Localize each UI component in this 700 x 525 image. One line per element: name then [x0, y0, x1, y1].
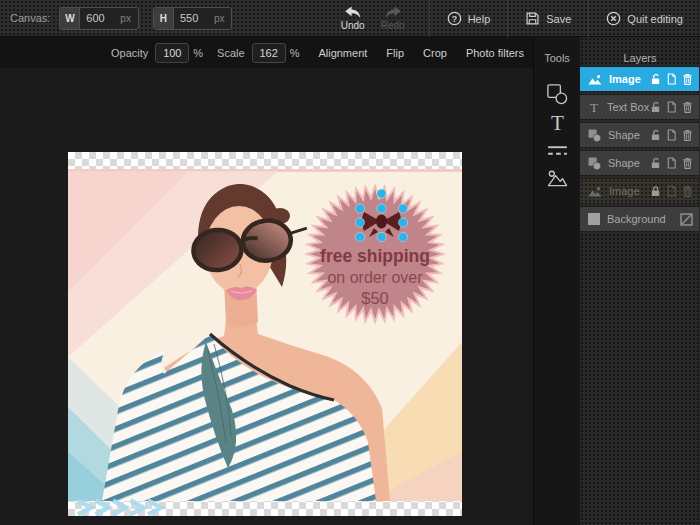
photo-filters-button[interactable]: Photo filters	[466, 47, 524, 59]
layer-row-shape-2[interactable]: Shape	[580, 151, 699, 175]
image-tool-button[interactable]	[534, 164, 580, 192]
quit-editing-button[interactable]: Quit editing	[589, 0, 700, 37]
redo-button[interactable]: Redo	[377, 6, 409, 31]
image-layer-icon	[588, 186, 602, 197]
properties-toolbar: Opacity % Scale % Alignment Flip Crop Ph…	[0, 37, 533, 68]
badge-line2: on order over	[327, 269, 423, 286]
text-tool-icon	[546, 111, 569, 134]
save-button[interactable]: Save	[508, 0, 588, 37]
unlock-icon[interactable]	[650, 101, 661, 113]
text-tool-button[interactable]	[534, 108, 580, 136]
selection-handle-n[interactable]	[377, 204, 386, 213]
unlock-icon[interactable]	[650, 129, 661, 141]
shape-layer-icon	[588, 157, 601, 170]
lines-tool-icon	[546, 143, 569, 158]
scale-label: Scale	[217, 47, 245, 59]
design-preview[interactable]: free shipping on order over $50	[68, 152, 462, 516]
selection-handle-s[interactable]	[377, 232, 386, 241]
delete-icon[interactable]	[682, 129, 693, 141]
canvas-size-group: Canvas: W px H px	[0, 7, 232, 30]
shape-tool-icon	[546, 83, 569, 106]
layer-row-image-locked[interactable]: Image	[580, 179, 699, 203]
layer-row-shape-1[interactable]: Shape	[580, 123, 699, 147]
scale-unit: %	[290, 47, 300, 59]
tools-header: Tools	[534, 37, 580, 64]
image-tool-icon	[546, 169, 569, 188]
image-layer-icon	[588, 74, 602, 85]
top-toolbar: Canvas: W px H px Undo Redo Help Save	[0, 0, 700, 37]
canvas-width-control: W px	[59, 7, 139, 30]
help-label: Help	[468, 13, 491, 25]
scale-input[interactable]	[252, 43, 286, 63]
badge-line1: free shipping	[320, 246, 430, 266]
selection-handle-sw[interactable]	[355, 232, 364, 241]
selection-handle-ne[interactable]	[398, 204, 407, 213]
chevron-arrows	[78, 501, 161, 515]
help-button[interactable]: Help	[430, 0, 508, 37]
badge-line3: $50	[361, 289, 389, 307]
canvas-artboard[interactable]: free shipping on order over $50	[68, 152, 462, 516]
opacity-input[interactable]	[155, 43, 189, 63]
layers-header: Layers	[580, 37, 700, 67]
shape-tool-button[interactable]	[534, 80, 580, 108]
alignment-button[interactable]: Alignment	[318, 47, 367, 59]
selection-handle-e[interactable]	[398, 218, 407, 227]
canvas-width-input[interactable]	[80, 8, 118, 29]
quit-label: Quit editing	[627, 13, 683, 25]
delete-icon[interactable]	[682, 73, 693, 85]
transparent-color-icon[interactable]	[680, 213, 693, 226]
layer-label: Background	[607, 213, 680, 225]
background-swatch	[588, 213, 600, 225]
quit-icon	[606, 11, 621, 26]
shape-layer-icon	[588, 129, 601, 142]
undo-icon	[343, 6, 363, 19]
lines-tool-button[interactable]	[534, 136, 580, 164]
unlock-icon[interactable]	[650, 73, 661, 85]
opacity-unit: %	[193, 47, 203, 59]
layer-row-background[interactable]: Background	[580, 207, 699, 231]
redo-label: Redo	[381, 20, 405, 31]
duplicate-icon[interactable]	[666, 73, 677, 85]
save-label: Save	[546, 13, 571, 25]
layer-label: Shape	[608, 157, 650, 169]
save-icon	[525, 11, 540, 26]
selection-handle-nw[interactable]	[355, 204, 364, 213]
top-actions: Undo Redo Help Save Quit editing	[337, 0, 700, 37]
layer-row-image[interactable]: Image	[580, 67, 699, 91]
height-key-label: H	[154, 8, 174, 29]
width-unit-label: px	[118, 8, 138, 29]
delete-icon[interactable]	[682, 185, 693, 197]
duplicate-icon[interactable]	[666, 101, 677, 113]
text-layer-icon	[588, 101, 600, 113]
selection-handle-se[interactable]	[398, 232, 407, 241]
image-editor-app: { "topbar": { "canvas_label": "Canvas:",…	[0, 0, 700, 525]
layer-label: Shape	[608, 129, 650, 141]
delete-icon[interactable]	[682, 101, 693, 113]
flip-button[interactable]: Flip	[386, 47, 404, 59]
selection-handle-w[interactable]	[355, 218, 364, 227]
layer-label: Image	[609, 73, 650, 85]
crop-button[interactable]: Crop	[423, 47, 447, 59]
undo-label: Undo	[341, 20, 365, 31]
help-icon	[447, 11, 462, 26]
canvas-height-input[interactable]	[174, 8, 212, 29]
layers-panel: Layers Image Text Box Shape Shape	[580, 37, 700, 525]
height-unit-label: px	[212, 8, 232, 29]
opacity-label: Opacity	[111, 47, 148, 59]
delete-icon[interactable]	[682, 157, 693, 169]
duplicate-icon[interactable]	[666, 129, 677, 141]
duplicate-icon[interactable]	[666, 185, 677, 197]
rotation-handle[interactable]	[377, 189, 386, 198]
duplicate-icon[interactable]	[666, 157, 677, 169]
layer-row-textbox[interactable]: Text Box	[580, 95, 699, 119]
canvas-height-control: H px	[153, 7, 233, 30]
tools-sidebar: Tools	[533, 37, 580, 525]
layer-label: Text Box	[607, 101, 650, 113]
unlock-icon[interactable]	[650, 157, 661, 169]
width-key-label: W	[60, 8, 80, 29]
undo-button[interactable]: Undo	[337, 6, 369, 31]
lock-icon[interactable]	[650, 185, 661, 197]
canvas-size-label: Canvas:	[10, 12, 50, 24]
tool-list	[534, 80, 580, 192]
redo-icon	[383, 6, 403, 19]
